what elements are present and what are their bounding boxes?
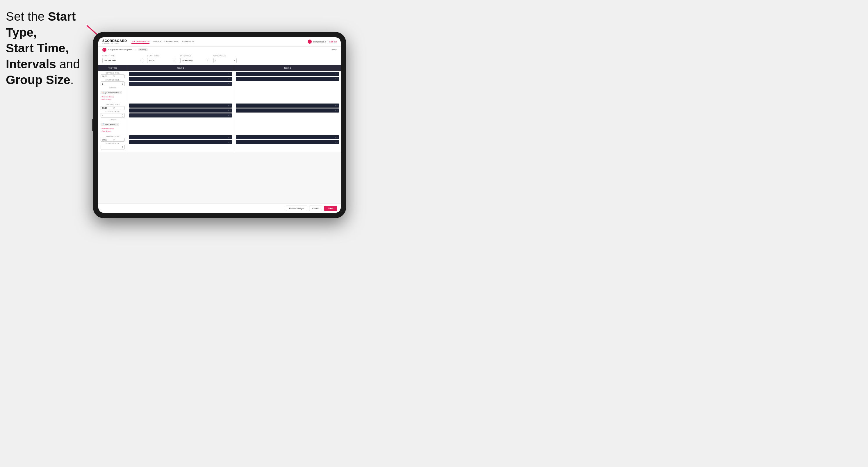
cancel-button[interactable]: Cancel bbox=[309, 206, 322, 211]
player-remove-6-2[interactable]: × ○ bbox=[335, 141, 338, 143]
player-remove-2-2[interactable]: × ○ bbox=[335, 78, 338, 80]
group-size-select[interactable]: 3 2 4 bbox=[213, 58, 237, 63]
save-button[interactable]: Save bbox=[324, 206, 337, 211]
breadcrumb-separator: › bbox=[135, 48, 136, 51]
starting-time-value-1: 10:00 bbox=[102, 75, 113, 77]
col-team1: Team 1 bbox=[127, 65, 234, 71]
start-time-label: Start Time bbox=[147, 55, 176, 57]
nav-rankings[interactable]: RANKINGS bbox=[182, 39, 194, 44]
player-remove-5-2[interactable]: × ○ bbox=[228, 141, 230, 143]
back-button[interactable]: Back bbox=[332, 48, 337, 51]
player-row-6-2: × ○ bbox=[236, 140, 339, 144]
group-row-1: STARTING TIME: 10:00 ⏱ STARTING HOLE: 1 … bbox=[98, 71, 341, 102]
add-group-btn-1[interactable]: + Add Group bbox=[101, 98, 125, 101]
player-remove-5-1[interactable]: × ○ bbox=[228, 136, 230, 138]
nav-separator: | bbox=[328, 41, 328, 43]
start-time-select[interactable]: 10:00 bbox=[147, 58, 176, 63]
group-actions-2: ○ Remove Group + Add Group bbox=[101, 127, 125, 132]
instruction-text: Set the Start Type,Start Time,Intervals … bbox=[6, 9, 99, 88]
player-remove-3-2[interactable]: × ○ bbox=[228, 110, 230, 112]
group-size-select-wrapper[interactable]: 3 2 4 bbox=[213, 57, 237, 63]
course-icon-1: 🏌 bbox=[102, 92, 104, 94]
player-remove-2-1[interactable]: × ○ bbox=[335, 73, 338, 75]
tee-time-panel-1: STARTING TIME: 10:00 ⏱ STARTING HOLE: 1 … bbox=[98, 71, 127, 102]
starting-hole-value-2: 1 bbox=[102, 115, 103, 117]
course-remove-2[interactable]: × bbox=[117, 124, 118, 125]
starting-time-input-2[interactable]: 10:10 ⏱ bbox=[101, 106, 125, 110]
nav-tournaments[interactable]: TOURNAMENTS bbox=[131, 39, 150, 44]
intervals-label: Intervals bbox=[180, 55, 209, 57]
team2-col-1: × ○ × ○ bbox=[234, 71, 341, 102]
intervals-select-wrapper[interactable]: 10 Minutes 8 Minutes 12 Minutes bbox=[180, 57, 209, 63]
starting-time-label-1: STARTING TIME: bbox=[101, 72, 125, 74]
player-remove-1-2[interactable]: × ○ bbox=[228, 78, 230, 80]
start-time-select-wrapper[interactable]: 10:00 bbox=[147, 57, 176, 63]
player-remove-4-1[interactable]: × ○ bbox=[335, 105, 338, 106]
logo-subtitle: Powered by clippd bbox=[102, 42, 127, 44]
start-type-select[interactable]: 1st Tee Start Shotgun Start bbox=[102, 58, 143, 63]
group-size-group: Group Size 3 2 4 bbox=[213, 55, 237, 63]
tee-time-panel-3: STARTING TIME: 10:20 ⏱ STARTING HOLE: ▲▼ bbox=[98, 134, 127, 152]
clippd-logo-icon: C bbox=[102, 48, 106, 52]
starting-time-value-3: 10:20 bbox=[102, 139, 113, 141]
start-type-select-wrapper[interactable]: 1st Tee Start Shotgun Start bbox=[102, 57, 143, 63]
tournament-name[interactable]: Clippd Invitational (Mar... bbox=[108, 48, 134, 51]
reset-changes-button[interactable]: Reset Changes bbox=[286, 206, 307, 211]
sign-out-link[interactable]: Sign out bbox=[329, 41, 337, 43]
team2-col-2: × ○ × ○ bbox=[234, 102, 341, 134]
player-row-4-2: × ○ bbox=[236, 108, 339, 113]
player-row-4-1: × ○ bbox=[236, 103, 339, 107]
clock-icon-1: ⏱ bbox=[113, 75, 124, 77]
starting-hole-stepper-3[interactable]: ▲▼ bbox=[101, 145, 125, 150]
player-remove-3-3[interactable]: × ○ bbox=[228, 115, 230, 116]
player-remove-3-1[interactable]: × ○ bbox=[228, 105, 230, 106]
intervals-group: Intervals 10 Minutes 8 Minutes 12 Minute… bbox=[180, 55, 209, 63]
team1-col-2: × ○ × ○ × ○ bbox=[127, 102, 234, 134]
course-remove-1[interactable]: × bbox=[120, 92, 121, 94]
player-row-1-2: × ○ bbox=[129, 77, 232, 81]
tablet-screen: SCOREBOARD Powered by clippd TOURNAMENTS… bbox=[98, 37, 341, 213]
action-bar: Reset Changes Cancel Save bbox=[98, 204, 341, 213]
nav-committee[interactable]: COMMITTEE bbox=[164, 39, 179, 44]
instruction-bold2: Group Size bbox=[6, 73, 70, 87]
clock-icon-2: ⏱ bbox=[113, 107, 124, 109]
starting-hole-label-3: STARTING HOLE: bbox=[101, 143, 125, 144]
group-actions-1: ○ Remove Group + Add Group bbox=[101, 96, 125, 101]
starting-time-input-3[interactable]: 10:20 ⏱ bbox=[101, 138, 125, 142]
starting-hole-value-1: 1 bbox=[102, 83, 103, 85]
team1-col-3: × ○ × ○ bbox=[127, 134, 234, 152]
player-row-3-3: × ○ bbox=[129, 114, 232, 118]
intervals-select[interactable]: 10 Minutes 8 Minutes 12 Minutes bbox=[180, 58, 209, 63]
player-remove-4-2[interactable]: × ○ bbox=[335, 110, 338, 112]
stepper-arrows-1[interactable]: ▲▼ bbox=[122, 82, 123, 85]
nav-bar: SCOREBOARD Powered by clippd TOURNAMENTS… bbox=[98, 37, 341, 46]
hosting-badge: Hosting bbox=[138, 48, 148, 51]
schedule-table: Tee Time Team 1 Team 2 STARTING TIME: 10… bbox=[98, 65, 341, 204]
player-row-2-2: × ○ bbox=[236, 77, 339, 81]
player-remove-1-3[interactable]: × ○ bbox=[228, 83, 230, 85]
remove-group-btn-2[interactable]: ○ Remove Group bbox=[101, 127, 125, 130]
add-group-btn-2[interactable]: + Add Group bbox=[101, 130, 125, 132]
starting-hole-stepper-2[interactable]: 1 ▲▼ bbox=[101, 113, 125, 118]
breadcrumb-bar: C Clippd Invitational (Mar... › Hosting … bbox=[98, 46, 341, 53]
col-tee-time: Tee Time bbox=[98, 65, 127, 71]
stepper-arrows-2[interactable]: ▲▼ bbox=[122, 114, 123, 117]
starting-time-input-1[interactable]: 10:00 ⏱ bbox=[101, 74, 125, 78]
player-remove-1-1[interactable]: × ○ bbox=[228, 73, 230, 75]
start-time-group: Start Time 10:00 bbox=[147, 55, 176, 63]
remove-group-btn-1[interactable]: ○ Remove Group bbox=[101, 96, 125, 98]
player-remove-6-1[interactable]: × ○ bbox=[335, 136, 338, 138]
start-type-label: Start Type bbox=[102, 55, 143, 57]
player-row-3-2: × ○ bbox=[129, 108, 232, 113]
starting-hole-stepper-1[interactable]: 1 ▲▼ bbox=[101, 82, 125, 86]
stepper-arrows-3[interactable]: ▲▼ bbox=[122, 146, 123, 149]
clock-icon-3: ⏱ bbox=[113, 139, 124, 141]
course-tag-1: 🏌 (A) Peachtree GC × bbox=[101, 91, 122, 94]
col-team2: Team 2 bbox=[234, 65, 341, 71]
player-row-5-2: × ○ bbox=[129, 140, 232, 144]
nav-user: blair@clippd.io | Sign out bbox=[308, 39, 337, 43]
team1-col-1: × ○ × ○ × ○ bbox=[127, 71, 234, 102]
starting-time-value-2: 10:10 bbox=[102, 107, 113, 109]
nav-teams[interactable]: TEAMS bbox=[153, 39, 161, 44]
tablet-side-button[interactable] bbox=[92, 119, 93, 131]
